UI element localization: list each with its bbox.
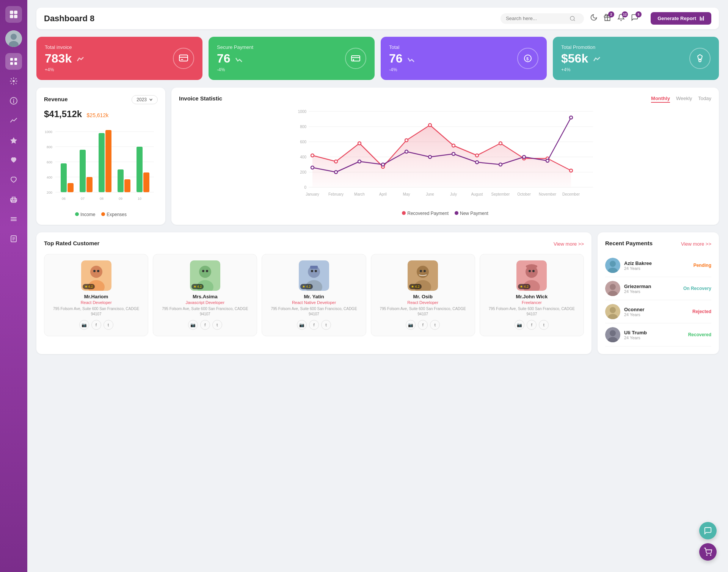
svg-point-86 [475, 154, 479, 157]
payment-info-2: Oconner 24 Years [624, 307, 689, 317]
instagram-icon-3[interactable]: 📷 [406, 320, 416, 330]
customer-avatar-0: ★ 4.2 [81, 260, 111, 291]
charts-row: Revenue 2023 $41,512k $25,612k [36, 88, 719, 225]
sidebar-item-favorites[interactable] [5, 132, 22, 149]
svg-rect-59 [136, 147, 143, 192]
social-icons-2: 📷 f t [267, 320, 361, 330]
gift-icon-button[interactable]: 2 [604, 14, 611, 23]
facebook-icon-0[interactable]: f [91, 320, 101, 330]
svg-text:0: 0 [304, 185, 306, 190]
twitter-icon-2[interactable]: t [321, 320, 331, 330]
svg-point-101 [546, 159, 549, 162]
svg-text:May: May [403, 192, 410, 196]
chat-icon-button[interactable]: 5 [631, 14, 639, 23]
sidebar-logo[interactable] [5, 6, 22, 23]
customer-avatar-1: ★ 4.2 [190, 260, 220, 291]
svg-point-25 [570, 16, 574, 20]
svg-rect-0 [10, 11, 13, 14]
svg-point-124 [206, 270, 208, 272]
svg-rect-52 [67, 183, 74, 192]
rating-badge-0: ★ 4.2 [83, 284, 95, 289]
svg-point-123 [202, 270, 204, 272]
sidebar-item-reports[interactable] [5, 230, 22, 247]
payment-years-3: 24 Years [624, 335, 684, 340]
dark-mode-toggle[interactable] [590, 14, 598, 23]
customers-view-more[interactable]: View more >> [554, 241, 584, 247]
sidebar-item-info[interactable] [5, 92, 22, 109]
generate-report-button[interactable]: Generate Report [651, 12, 711, 25]
payment-status-2: Rejected [692, 309, 711, 314]
stat-value-promotion: $56k [561, 52, 601, 66]
twitter-icon-3[interactable]: t [430, 320, 440, 330]
instagram-icon-4[interactable]: 📷 [515, 320, 524, 330]
sidebar-item-heart2[interactable] [5, 171, 22, 188]
svg-rect-9 [10, 62, 13, 65]
sidebar-item-dashboard[interactable] [5, 53, 22, 70]
stat-card-total[interactable]: Total 76 -4% $ [381, 37, 547, 80]
header-icons: 2 12 5 Generate Report [590, 12, 711, 25]
svg-rect-28 [700, 16, 701, 20]
tab-today[interactable]: Today [698, 96, 711, 103]
sidebar-item-menu[interactable] [5, 211, 22, 227]
svg-text:06: 06 [62, 197, 66, 201]
search-icon [570, 16, 576, 22]
svg-point-39 [699, 60, 701, 62]
stat-change-total: -4% [389, 67, 415, 72]
sidebar-item-print[interactable] [5, 191, 22, 208]
svg-rect-58 [124, 179, 130, 192]
svg-text:June: June [426, 192, 434, 196]
svg-text:09: 09 [119, 197, 122, 201]
stat-card-payment[interactable]: Secure Payment 76 -4% [209, 37, 375, 80]
page-title: Dashboard 8 [44, 14, 500, 24]
svg-text:600: 600 [47, 160, 52, 164]
user-avatar[interactable] [5, 30, 22, 47]
svg-text:January: January [306, 192, 319, 196]
svg-rect-60 [143, 172, 149, 192]
svg-rect-29 [701, 17, 702, 20]
payments-view-more[interactable]: View more >> [681, 241, 711, 247]
sidebar [0, 0, 27, 572]
svg-rect-3 [14, 15, 17, 18]
customer-address-3: 795 Folsom Ave, Suite 600 San Francisco,… [376, 306, 470, 317]
payment-info-0: Aziz Bakree 24 Years [624, 260, 690, 271]
svg-rect-56 [105, 130, 111, 192]
svg-marker-15 [10, 137, 17, 144]
customer-role-1: Javascript Developer [158, 300, 252, 305]
search-input[interactable] [506, 16, 566, 21]
bell-icon-button[interactable]: 12 [617, 14, 625, 23]
svg-point-91 [311, 166, 314, 169]
facebook-icon-3[interactable]: f [418, 320, 428, 330]
customers-card: Top Rated Customer View more >> [36, 232, 592, 354]
facebook-icon-1[interactable]: f [200, 320, 210, 330]
twitter-icon-0[interactable]: t [104, 320, 113, 330]
instagram-icon-1[interactable]: 📷 [188, 320, 198, 330]
customer-address-2: 795 Folsom Ave, Suite 600 San Francisco,… [267, 306, 361, 317]
twitter-icon-4[interactable]: t [539, 320, 549, 330]
customer-name-3: Mr. Osib [376, 294, 470, 299]
year-select[interactable]: 2023 [132, 95, 158, 104]
svg-point-14 [13, 99, 14, 100]
tab-monthly[interactable]: Monthly [651, 96, 670, 103]
payment-avatar-0 [605, 258, 620, 273]
instagram-icon-0[interactable]: 📷 [79, 320, 89, 330]
gift-badge: 2 [608, 11, 614, 17]
svg-text:10: 10 [138, 197, 141, 201]
stat-card-invoice[interactable]: Total invoice 783k +4% [36, 37, 202, 80]
svg-rect-8 [14, 58, 17, 61]
facebook-icon-4[interactable]: f [527, 320, 537, 330]
support-fab[interactable] [699, 522, 717, 539]
svg-point-140 [532, 270, 535, 272]
svg-rect-2 [10, 15, 13, 18]
sidebar-item-analytics[interactable] [5, 112, 22, 129]
sidebar-item-heart[interactable] [5, 152, 22, 168]
tab-weekly[interactable]: Weekly [676, 96, 692, 103]
instagram-icon-2[interactable]: 📷 [297, 320, 307, 330]
twitter-icon-1[interactable]: t [212, 320, 222, 330]
svg-text:400: 400 [47, 176, 52, 179]
stat-card-promotion[interactable]: Total Promotion $56k +4% [553, 37, 719, 80]
sidebar-item-settings[interactable] [5, 73, 22, 89]
facebook-icon-2[interactable]: f [309, 320, 319, 330]
rating-badge-1: ★ 4.2 [191, 284, 204, 289]
svg-point-145 [610, 284, 616, 290]
cart-fab[interactable] [699, 543, 717, 561]
